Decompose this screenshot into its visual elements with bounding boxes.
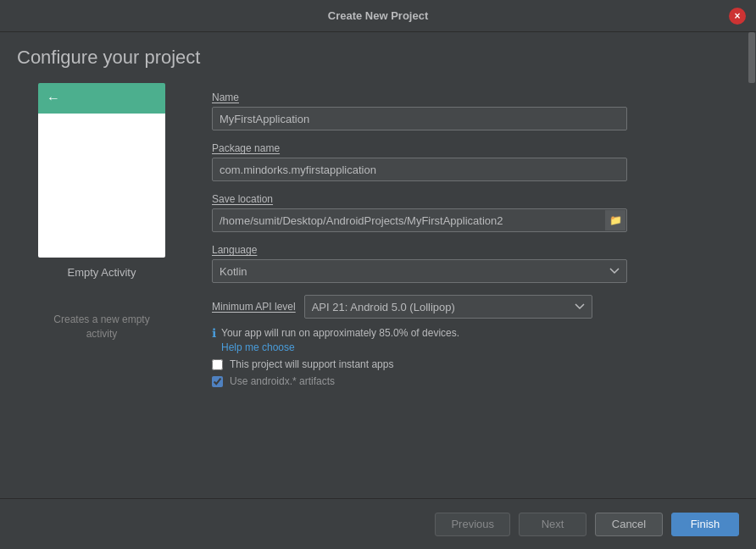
finish-button[interactable]: Finish [671,513,739,536]
main-content: ← Empty Activity Creates a new empty act… [0,32,756,549]
package-input[interactable] [212,158,627,181]
help-link[interactable]: Help me choose [221,341,459,353]
androidx-checkbox[interactable] [212,376,223,387]
save-location-input-wrapper: 📁 [212,208,627,232]
content-area: ← Empty Activity Creates a new empty act… [0,32,756,498]
browse-folder-button[interactable]: 📁 [605,210,625,230]
info-icon: ℹ [212,326,216,340]
back-arrow-icon: ← [47,91,60,106]
instant-apps-label: This project will support instant apps [230,358,393,370]
left-panel: ← Empty Activity Creates a new empty act… [17,49,186,498]
footer: Previous Next Cancel Finish [0,498,756,549]
api-level-group: Minimum API level API 16: Android 4.1 (J… [212,295,731,387]
close-button[interactable]: × [729,8,746,25]
api-row: Minimum API level API 16: Android 4.1 (J… [212,295,731,319]
api-level-select[interactable]: API 16: Android 4.1 (Jelly Bean) API 17:… [304,295,592,319]
api-info-row: ℹ Your app will run on approximately 85.… [212,325,731,353]
name-group: Name [212,92,731,130]
save-location-group: Save location 📁 [212,193,731,232]
save-location-input[interactable] [212,208,627,232]
preview-body [38,114,165,258]
name-label: Name [212,92,731,103]
language-select[interactable]: Kotlin Java [212,259,627,283]
preview-header: ← [38,83,165,114]
info-prefix: Your app will run on approximately [221,327,379,339]
name-input[interactable] [212,107,627,130]
save-location-label: Save location [212,193,731,205]
api-level-label: Minimum API level [212,301,296,313]
title-bar: Create New Project × [0,0,756,32]
scrollbar-track [748,32,756,498]
androidx-row: Use androidx.* artifacts [212,375,731,387]
package-group: Package name [212,142,731,181]
scrollbar-thumb[interactable] [748,32,755,83]
instant-apps-row: This project will support instant apps [212,358,731,370]
api-info-text: Your app will run on approximately 85.0%… [221,325,459,353]
activity-preview: ← [38,83,165,258]
androidx-label: Use androidx.* artifacts [230,375,335,387]
activity-description: Creates a new empty activity [38,313,165,341]
activity-label: Empty Activity [68,266,136,279]
form-panel: Name Package name Save location 📁 Langua… [186,49,731,498]
language-label: Language [212,244,731,256]
dialog-title: Create New Project [328,9,429,22]
page-heading: Configure your project [17,47,200,69]
package-label: Package name [212,142,731,154]
instant-apps-checkbox[interactable] [212,359,223,370]
info-suffix: of devices. [408,327,459,339]
info-percent: 85.0% [379,327,408,339]
previous-button[interactable]: Previous [435,513,510,536]
next-button[interactable]: Next [519,513,586,536]
cancel-button[interactable]: Cancel [595,513,663,536]
language-group: Language Kotlin Java [212,244,731,283]
